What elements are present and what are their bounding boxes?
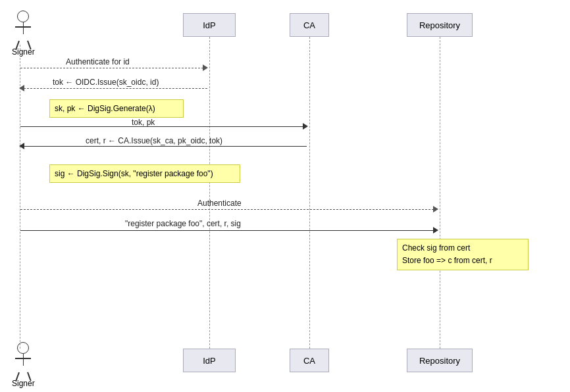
ca-lifeline	[309, 37, 310, 349]
arrow-cert-r	[24, 146, 307, 147]
arrowhead-tok-pk	[303, 123, 308, 130]
signer-actor-top: Signer	[12, 11, 35, 57]
actor-head	[17, 11, 29, 22]
ca-box-top: CA	[290, 13, 329, 37]
note-digsig-generate: sk, pk ← DigSig.Generate(λ)	[49, 99, 184, 118]
arrow-authenticate	[20, 209, 437, 210]
idp-lifeline	[209, 37, 210, 349]
repository-box-top: Repository	[407, 13, 473, 37]
note-digsig-sign: sig ← DigSig.Sign(sk, "register package …	[49, 164, 240, 183]
arrowhead-tok-issue	[19, 85, 24, 91]
idp-box-bottom: IdP	[183, 349, 236, 372]
label-authenticate-for-id: Authenticate for id	[66, 57, 130, 66]
repository-lifeline	[440, 37, 440, 349]
label-tok-pk: tok, pk	[132, 118, 155, 127]
label-authenticate: Authenticate	[197, 199, 242, 208]
arrowhead-cert-r	[19, 143, 24, 149]
repository-box-bottom: Repository	[407, 349, 473, 372]
label-cert-r: cert, r ← CA.Issue(sk_ca, pk_oidc, tok)	[86, 136, 222, 145]
arrowhead-authenticate-for-id	[203, 64, 208, 71]
arrow-tok-pk	[20, 126, 307, 127]
label-register-package: "register package foo", cert, r, sig	[125, 219, 241, 228]
arrow-authenticate-for-id	[20, 68, 207, 68]
arrowhead-authenticate	[433, 206, 438, 212]
idp-box-top: IdP	[183, 13, 236, 37]
ca-box-bottom: CA	[290, 349, 329, 372]
arrow-tok-issue	[24, 88, 207, 89]
signer-actor-bottom: Signer	[12, 342, 35, 388]
sequence-diagram: IdP CA Repository IdP CA Repository Sign…	[0, 0, 570, 392]
note-check-sig: Check sig from certStore foo => c from c…	[397, 239, 529, 270]
arrowhead-register-package	[433, 227, 438, 233]
arrow-register-package	[20, 230, 437, 231]
label-tok-issue: tok ← OIDC.Issue(sk_oidc, id)	[53, 78, 159, 87]
